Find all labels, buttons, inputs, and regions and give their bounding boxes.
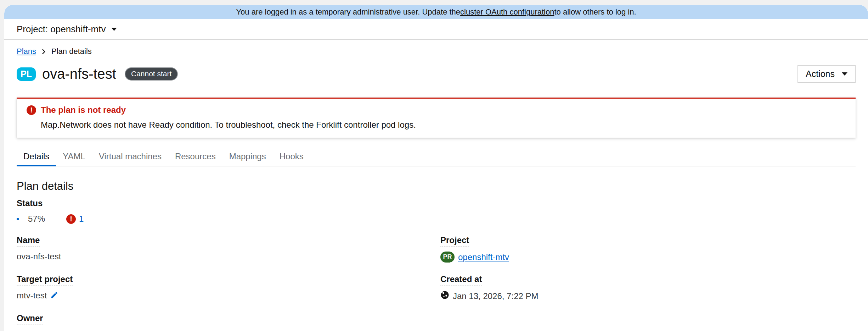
- project-selector[interactable]: Project: openshift-mtv: [17, 24, 117, 35]
- project-term[interactable]: Project: [440, 235, 469, 247]
- edit-target-project-button[interactable]: [50, 291, 58, 300]
- banner-text-after: to allow others to log in.: [554, 7, 636, 17]
- actions-button-label: Actions: [806, 69, 835, 79]
- name-field: Name ova-nfs-test: [17, 235, 432, 263]
- page-header: PL ova-nfs-test Cannot start Actions: [17, 65, 856, 83]
- target-project-term[interactable]: Target project: [17, 274, 73, 286]
- breadcrumb-current: Plan details: [51, 47, 92, 56]
- actions-button[interactable]: Actions: [797, 65, 856, 83]
- alert-description: Map.Network does not have Ready conditio…: [41, 120, 846, 130]
- status-percent: 57%: [28, 214, 45, 224]
- tab-virtual-machines[interactable]: Virtual machines: [92, 147, 168, 166]
- target-project-value: mtv-test: [17, 291, 47, 300]
- temp-admin-banner: You are logged in as a temporary adminis…: [4, 5, 868, 19]
- owner-field: Owner No owner: [17, 313, 432, 331]
- exclamation-circle-icon: [66, 214, 76, 224]
- caret-down-icon: [111, 28, 117, 31]
- plan-badge: PL: [17, 67, 36, 81]
- owner-term[interactable]: Owner: [17, 313, 43, 325]
- alert-title: The plan is not ready: [41, 105, 126, 115]
- details-grid: Name ova-nfs-test Project PR openshift-m…: [17, 235, 856, 331]
- tab-mappings[interactable]: Mappings: [222, 147, 273, 166]
- tab-resources[interactable]: Resources: [168, 147, 222, 166]
- status-field: Status 57% 1: [17, 198, 856, 224]
- page-card: You are logged in as a temporary adminis…: [4, 5, 868, 331]
- breadcrumb-plans-link[interactable]: Plans: [17, 47, 36, 56]
- name-term[interactable]: Name: [17, 235, 40, 247]
- globe-icon: [440, 291, 449, 302]
- created-at-field: Created at Jan 13, 2026, 7:22 PM: [440, 274, 856, 302]
- error-count-link[interactable]: 1: [79, 214, 84, 224]
- target-project-field: Target project mtv-test: [17, 274, 432, 302]
- name-value: ova-nfs-test: [17, 252, 61, 261]
- tab-hooks[interactable]: Hooks: [273, 147, 310, 166]
- project-field: Project PR openshift-mtv: [440, 235, 856, 263]
- breadcrumb: Plans Plan details: [17, 47, 856, 56]
- oauth-config-link[interactable]: cluster OAuth configuration: [460, 7, 554, 17]
- status-badge: Cannot start: [125, 67, 178, 81]
- caret-down-icon: [842, 72, 847, 76]
- pencil-icon: [50, 291, 58, 300]
- created-at-value: Jan 13, 2026, 7:22 PM: [453, 291, 539, 301]
- plan-tabs: Details YAML Virtual machines Resources …: [17, 147, 856, 166]
- angle-right-icon: [41, 49, 46, 54]
- exclamation-circle-icon: [27, 105, 36, 115]
- page-title: ova-nfs-test: [42, 66, 116, 82]
- progress-dot: [17, 218, 19, 220]
- owner-value: No owner: [17, 330, 53, 331]
- tab-yaml[interactable]: YAML: [56, 147, 92, 166]
- created-at-term[interactable]: Created at: [440, 274, 482, 286]
- project-link[interactable]: openshift-mtv: [458, 252, 509, 262]
- project-selector-label: Project: openshift-mtv: [17, 24, 106, 35]
- tab-details[interactable]: Details: [17, 147, 56, 166]
- plan-not-ready-alert: The plan is not ready Map.Network does n…: [17, 98, 856, 138]
- status-term[interactable]: Status: [17, 198, 43, 210]
- section-title: Plan details: [17, 180, 856, 193]
- project-selector-bar: Project: openshift-mtv: [4, 19, 868, 40]
- project-resource-badge: PR: [440, 252, 455, 263]
- banner-text-before: You are logged in as a temporary adminis…: [236, 7, 460, 17]
